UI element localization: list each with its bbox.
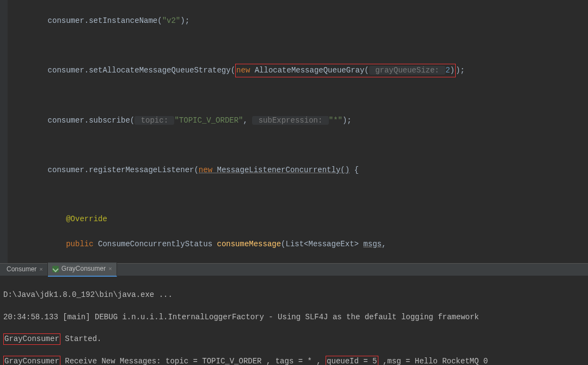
code-line: consumer.setInstanceName("v2");: [29, 15, 588, 27]
console-line: GrayConsumer Started.: [3, 333, 585, 344]
code-line: @Override: [29, 213, 588, 226]
blank-line: [29, 188, 588, 201]
console-output[interactable]: D:\Java\jdk1.8.0_192\bin\java.exe ... 20…: [0, 276, 588, 365]
code-line: consumer.setAllocateMessageQueueStrategy…: [29, 64, 588, 77]
code-editor[interactable]: consumer.setInstanceName("v2"); consumer…: [0, 0, 588, 263]
tab-consumer[interactable]: Consumer ×: [2, 263, 48, 276]
blank-line: [29, 139, 588, 151]
blank-line: [29, 39, 588, 52]
code-line: consumer.subscribe( topic: "TOPIC_V_ORDE…: [29, 114, 588, 127]
tab-label: Consumer: [7, 264, 36, 275]
code-line: consumer.registerMessageListener(new Mes…: [29, 164, 588, 177]
close-icon[interactable]: ×: [39, 265, 42, 275]
blank-line: [29, 90, 588, 102]
console-line: D:\Java\jdk1.8.0_192\bin\java.exe ...: [3, 289, 585, 300]
console-line: GrayConsumer Receive New Messages: topic…: [3, 356, 585, 365]
run-tabs-bar: Consumer × GrayConsumer ×: [0, 263, 588, 276]
tab-grayconsumer[interactable]: GrayConsumer ×: [48, 263, 117, 276]
code-line: public ConsumeConcurrentlyStatus consume…: [29, 238, 588, 251]
tab-label: GrayConsumer: [62, 264, 106, 274]
console-line: 20:34:58.133 [main] DEBUG i.n.u.i.l.Inte…: [3, 312, 585, 323]
run-icon: [52, 266, 59, 272]
close-icon[interactable]: ×: [108, 264, 112, 274]
